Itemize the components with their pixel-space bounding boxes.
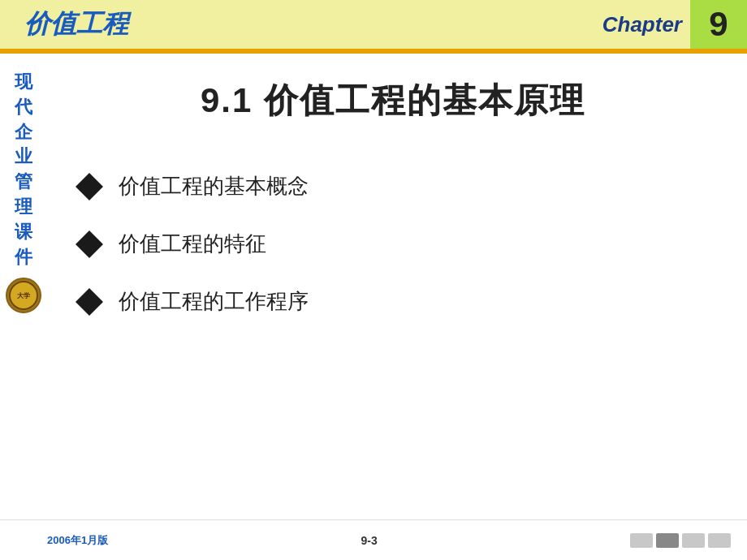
sidebar-char: 件 — [15, 245, 32, 270]
footer-nav-current[interactable] — [656, 533, 679, 548]
bullet-text: 价值工程的工作程序 — [119, 287, 309, 316]
bullet-diamond-icon — [76, 230, 103, 258]
bullet-diamond-icon — [76, 288, 103, 316]
footer-year: 2006年1月版 — [47, 533, 108, 548]
bullet-item: 价值工程的特征 — [80, 230, 706, 258]
bullet-item: 价值工程的工作程序 — [80, 287, 706, 316]
sidebar-char: 现 — [15, 70, 32, 95]
sidebar-char: 管 — [15, 170, 32, 195]
footer-page: 9-3 — [361, 534, 377, 547]
bullet-text: 价值工程的基本概念 — [119, 172, 309, 200]
sidebar-char: 代 — [15, 95, 32, 120]
sidebar: 现代企业管理课件 大学 — [0, 54, 47, 560]
bullet-diamond-icon — [76, 173, 103, 200]
header-title: 价值工程 — [0, 6, 128, 42]
chapter-number: 9 — [690, 0, 747, 49]
footer: 2006年1月版 9-3 — [0, 519, 747, 560]
logo-inner: 大学 — [9, 281, 38, 310]
footer-nav-next[interactable] — [682, 533, 705, 548]
bullet-item: 价值工程的基本概念 — [80, 172, 706, 200]
footer-nav-prev[interactable] — [630, 533, 653, 548]
sidebar-char: 理 — [15, 195, 32, 220]
section-title: 9.1 价值工程的基本原理 — [80, 78, 706, 123]
chapter-label: Chapter — [586, 0, 690, 49]
sidebar-char: 课 — [15, 220, 32, 245]
footer-nav-last[interactable] — [708, 533, 731, 548]
logo-text: 大学 — [17, 291, 30, 300]
sidebar-char: 企 — [15, 120, 32, 145]
sidebar-char: 业 — [15, 144, 32, 170]
chapter-block: Chapter 9 — [586, 0, 747, 49]
main-content: 9.1 价值工程的基本原理 价值工程的基本概念价值工程的特征价值工程的工作程序 — [47, 54, 747, 519]
header: 价值工程 Chapter 9 — [0, 0, 747, 49]
bullet-text: 价值工程的特征 — [119, 230, 266, 258]
sidebar-logo: 大学 — [6, 278, 41, 313]
footer-nav — [630, 533, 731, 548]
bullet-list: 价值工程的基本概念价值工程的特征价值工程的工作程序 — [80, 172, 706, 316]
sidebar-chars: 现代企业管理课件 — [15, 70, 32, 269]
